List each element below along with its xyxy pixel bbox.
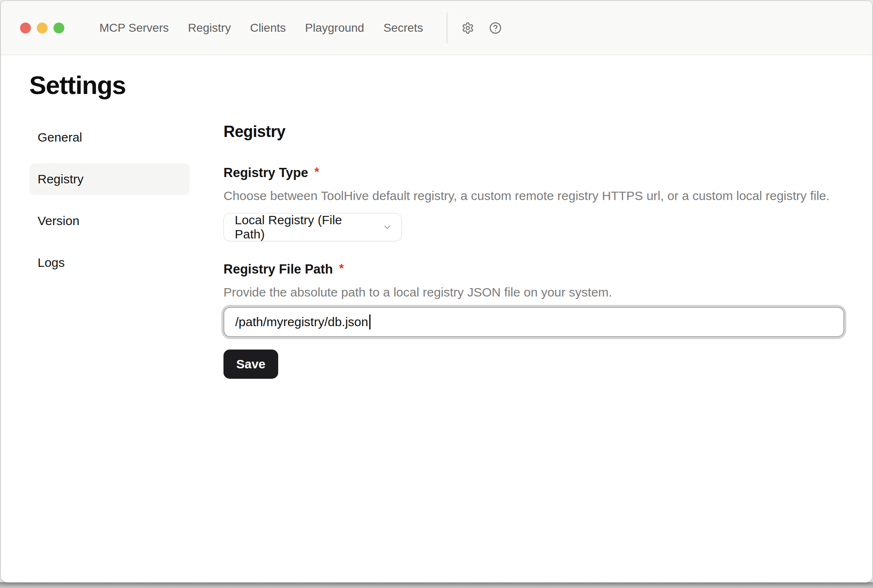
- settings-gear-button[interactable]: [462, 22, 474, 34]
- nav-item-mcp-servers[interactable]: MCP Servers: [99, 22, 169, 34]
- text-caret: [369, 314, 371, 329]
- nav-item-registry[interactable]: Registry: [188, 22, 231, 34]
- registry-file-path-label-text: Registry File Path: [223, 261, 333, 277]
- page-title: Settings: [29, 70, 844, 101]
- nav-item-playground[interactable]: Playground: [305, 22, 364, 34]
- nav-divider: [447, 13, 447, 43]
- registry-settings-panel: Registry Registry Type * Choose between …: [223, 122, 844, 378]
- app-window: MCP Servers Registry Clients Playground …: [0, 0, 873, 583]
- help-circle-icon: [489, 22, 502, 34]
- sidebar-item-logs[interactable]: Logs: [29, 247, 190, 279]
- required-asterisk: *: [339, 261, 344, 276]
- nav-item-clients[interactable]: Clients: [250, 22, 286, 34]
- registry-file-path-value: /path/myregistry/db.json: [235, 315, 368, 329]
- required-asterisk: *: [315, 165, 319, 179]
- sidebar-item-version[interactable]: Version: [29, 205, 190, 237]
- registry-file-path-input[interactable]: /path/myregistry/db.json: [223, 307, 844, 337]
- registry-file-path-description: Provide the absolute path to a local reg…: [223, 284, 844, 300]
- zoom-window-button[interactable]: [53, 23, 64, 33]
- close-window-button[interactable]: [20, 23, 31, 33]
- titlebar: MCP Servers Registry Clients Playground …: [1, 1, 872, 55]
- help-button[interactable]: [489, 22, 502, 34]
- settings-gear-icon: [462, 22, 474, 34]
- registry-type-label-text: Registry Type: [223, 165, 308, 180]
- minimize-window-button[interactable]: [37, 23, 48, 33]
- main-content: Settings General Registry Version Logs R…: [1, 55, 872, 582]
- window-controls: [20, 23, 64, 33]
- desktop-background: [0, 582, 873, 588]
- chevron-down-icon: [375, 222, 392, 232]
- registry-file-path-label: Registry File Path *: [223, 261, 844, 277]
- registry-type-label: Registry Type *: [223, 165, 844, 180]
- registry-type-selected-value: Local Registry (File Path): [235, 213, 375, 241]
- registry-type-description: Choose between ToolHive default registry…: [223, 188, 844, 204]
- section-title: Registry: [223, 123, 844, 141]
- registry-type-select[interactable]: Local Registry (File Path): [223, 213, 402, 241]
- sidebar-item-general[interactable]: General: [29, 122, 190, 153]
- nav-item-secrets[interactable]: Secrets: [383, 22, 423, 34]
- settings-sidebar: General Registry Version Logs: [29, 122, 190, 289]
- top-nav: MCP Servers Registry Clients Playground …: [99, 22, 423, 34]
- save-button[interactable]: Save: [223, 350, 278, 379]
- sidebar-item-registry[interactable]: Registry: [29, 163, 190, 195]
